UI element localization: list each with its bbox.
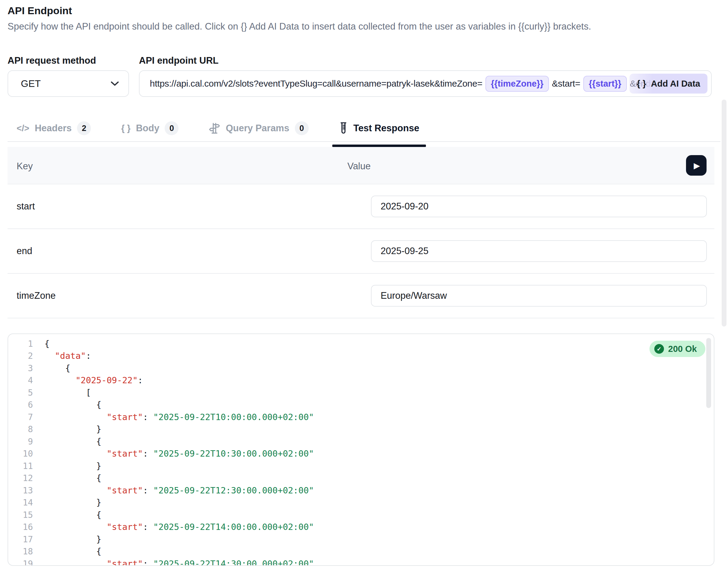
code-line: 4 "2025-09-22": bbox=[8, 375, 705, 387]
line-number: 15 bbox=[8, 510, 33, 520]
code-line: 10 "start": "2025-09-22T10:30:00.000+02:… bbox=[8, 448, 705, 460]
line-number: 17 bbox=[8, 534, 33, 544]
code-line: 3 { bbox=[8, 362, 705, 375]
code-text: "2025-09-22": bbox=[45, 376, 143, 385]
tab-test-response[interactable]: Test Response bbox=[339, 121, 419, 137]
url-variable-chip[interactable]: {{timeZone}} bbox=[486, 76, 549, 92]
test-response-panel: 1{2 "data":3 {4 "2025-09-22":5 [6 {7 "st… bbox=[7, 333, 714, 566]
code-line: 19 "start": "2025-09-22T14:30:00.000+02:… bbox=[8, 558, 705, 566]
key-column-header: Key bbox=[17, 161, 33, 172]
response-code: 1{2 "data":3 {4 "2025-09-22":5 [6 {7 "st… bbox=[8, 338, 705, 566]
line-number: 8 bbox=[8, 424, 33, 434]
line-number: 9 bbox=[8, 437, 33, 447]
endpoint-url-input[interactable]: https://api.cal.com/v2/slots?eventTypeSl… bbox=[139, 70, 712, 97]
tab-query-params[interactable]: Query Params 0 bbox=[209, 121, 308, 137]
code-line: 7 "start": "2025-09-22T10:00:00.000+02:0… bbox=[8, 411, 705, 423]
code-icon: </> bbox=[17, 123, 29, 133]
params-table-header: Key Value ▶ bbox=[7, 147, 714, 184]
code-text: } bbox=[45, 498, 102, 507]
code-text: { bbox=[45, 437, 102, 447]
test-tube-icon bbox=[339, 121, 348, 135]
tab-headers[interactable]: </> Headers 2 bbox=[17, 121, 91, 137]
check-icon: ✓ bbox=[654, 344, 664, 354]
param-key: timeZone bbox=[17, 290, 56, 301]
line-number: 19 bbox=[8, 559, 33, 566]
code-text: { bbox=[45, 363, 70, 373]
code-text: "start": "2025-09-22T14:30:00.000+02:00" bbox=[45, 559, 314, 566]
tab-body-count: 0 bbox=[165, 121, 179, 135]
code-text: "start": "2025-09-22T14:00:00.000+02:00" bbox=[45, 522, 314, 532]
code-line: 2 "data": bbox=[8, 350, 705, 362]
request-method-select[interactable]: GET bbox=[7, 70, 129, 97]
tab-body[interactable]: { } Body 0 bbox=[121, 121, 179, 137]
add-ai-data-label: Add AI Data bbox=[651, 79, 700, 89]
run-test-button[interactable]: ▶ bbox=[686, 155, 706, 176]
page-title: API Endpoint bbox=[7, 5, 72, 17]
tab-headers-label: Headers bbox=[35, 123, 72, 134]
tab-bar: </> Headers 2 { } Body 0 Query Params 0 bbox=[17, 121, 419, 137]
code-text: { bbox=[45, 400, 102, 410]
code-line: 9 { bbox=[8, 436, 705, 448]
code-text: { bbox=[45, 473, 102, 483]
param-value-input[interactable] bbox=[371, 240, 707, 262]
url-text-segment: https://api.cal.com/v2/slots?eventTypeSl… bbox=[150, 79, 483, 89]
code-text: [ bbox=[45, 388, 91, 398]
code-line: 17 } bbox=[8, 533, 705, 546]
code-text: "start": "2025-09-22T12:30:00.000+02:00" bbox=[45, 486, 314, 496]
status-label: 200 Ok bbox=[668, 344, 697, 354]
code-text: "data": bbox=[45, 351, 91, 361]
line-number: 14 bbox=[8, 498, 33, 507]
tab-headers-count: 2 bbox=[77, 121, 91, 135]
braces-icon: { } bbox=[637, 79, 646, 89]
code-text: { bbox=[45, 339, 50, 349]
method-label: API request method bbox=[7, 55, 96, 66]
braces-icon: { } bbox=[121, 123, 130, 133]
line-number: 1 bbox=[8, 339, 33, 349]
line-number: 12 bbox=[8, 473, 33, 483]
code-text: "start": "2025-09-22T10:30:00.000+02:00" bbox=[45, 449, 314, 459]
code-text: { bbox=[45, 510, 102, 520]
url-variable-chip[interactable]: {{start}} bbox=[583, 76, 627, 92]
url-text-segment: &start= bbox=[552, 79, 580, 89]
code-text: "start": "2025-09-22T10:00:00.000+02:00" bbox=[45, 412, 314, 422]
code-text: } bbox=[45, 534, 102, 544]
signpost-icon bbox=[209, 122, 220, 134]
play-icon: ▶ bbox=[694, 161, 700, 170]
code-line: 14 } bbox=[8, 497, 705, 509]
param-row-start: start bbox=[7, 184, 714, 229]
code-line: 8 } bbox=[8, 423, 705, 436]
line-number: 10 bbox=[8, 449, 33, 459]
chevron-down-icon bbox=[110, 81, 119, 87]
param-value-input[interactable] bbox=[371, 285, 707, 307]
code-text: { bbox=[45, 547, 102, 556]
url-label: API endpoint URL bbox=[139, 55, 218, 66]
line-number: 13 bbox=[8, 486, 33, 496]
tab-body-label: Body bbox=[136, 123, 159, 134]
page-scrollbar-thumb[interactable] bbox=[722, 100, 727, 327]
line-number: 6 bbox=[8, 400, 33, 410]
code-line: 1{ bbox=[8, 338, 705, 350]
param-value-input[interactable] bbox=[371, 196, 707, 217]
line-number: 16 bbox=[8, 522, 33, 532]
add-ai-data-button[interactable]: { } Add AI Data bbox=[629, 74, 707, 93]
line-number: 5 bbox=[8, 388, 33, 398]
code-line: 12 { bbox=[8, 472, 705, 485]
line-number: 3 bbox=[8, 363, 33, 373]
value-column-header: Value bbox=[347, 161, 371, 172]
code-text: } bbox=[45, 424, 102, 434]
code-line: 13 "start": "2025-09-22T12:30:00.000+02:… bbox=[8, 484, 705, 497]
line-number: 7 bbox=[8, 412, 33, 422]
tab-query-params-count: 0 bbox=[295, 121, 309, 135]
line-number: 18 bbox=[8, 547, 33, 556]
code-text: } bbox=[45, 461, 102, 471]
code-line: 11 } bbox=[8, 460, 705, 472]
status-badge: ✓ 200 Ok bbox=[649, 341, 705, 357]
tab-test-response-label: Test Response bbox=[354, 123, 419, 134]
response-scrollbar-thumb[interactable] bbox=[706, 338, 711, 408]
code-line: 6 { bbox=[8, 399, 705, 411]
param-key: start bbox=[17, 201, 35, 212]
tabs-divider bbox=[7, 141, 721, 142]
line-number: 2 bbox=[8, 351, 33, 361]
line-number: 4 bbox=[8, 376, 33, 385]
tab-query-params-label: Query Params bbox=[226, 123, 289, 134]
